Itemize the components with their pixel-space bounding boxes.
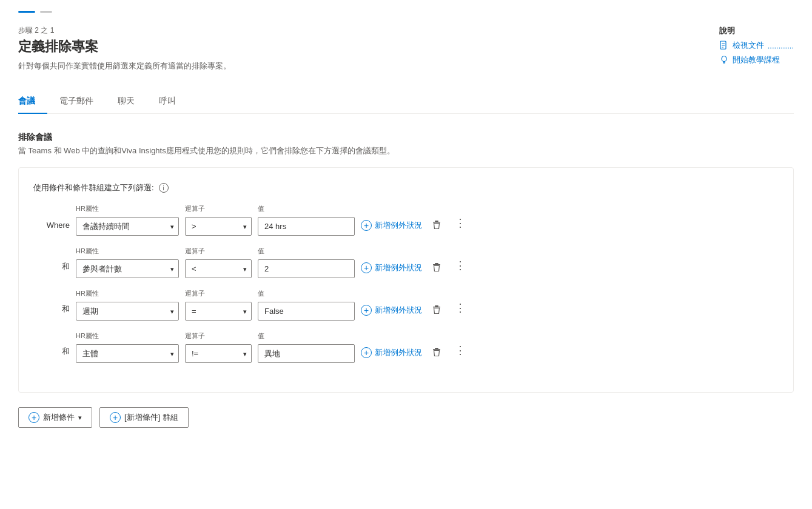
info-icon[interactable]: i bbox=[159, 183, 169, 193]
svg-rect-8 bbox=[433, 222, 440, 223]
conditions-container: Where HR屬性 會議持續時間 運算子 > 值 + 新增例外狀況 bbox=[33, 204, 779, 363]
op-label-2: 運算子 bbox=[185, 289, 252, 298]
row-label-3: 和 bbox=[33, 346, 70, 363]
hr-attr-select-wrapper-1[interactable]: 參與者計數 bbox=[76, 259, 179, 278]
more-dots-icon-0: ⋮ bbox=[455, 216, 466, 230]
more-dots-icon-2: ⋮ bbox=[455, 301, 466, 314]
more-btn-1[interactable]: ⋮ bbox=[451, 255, 470, 278]
op-group-0: 運算子 > bbox=[185, 204, 252, 236]
op-label-1: 運算子 bbox=[185, 247, 252, 256]
tab-call[interactable]: 呼叫 bbox=[159, 91, 188, 114]
table-row: Where HR屬性 會議持續時間 運算子 > 值 + 新增例外狀況 bbox=[33, 204, 779, 236]
delete-btn-0[interactable] bbox=[428, 216, 445, 236]
filter-header-text: 使用條件和條件群組建立下列篩選: bbox=[33, 182, 154, 193]
hr-attr-select-3[interactable]: 主體 bbox=[76, 344, 179, 363]
page-title: 定義排除專案 bbox=[18, 38, 98, 56]
hr-attr-select-wrapper-0[interactable]: 會議持續時間 bbox=[76, 217, 179, 236]
trash-icon bbox=[432, 347, 441, 357]
svg-rect-14 bbox=[433, 349, 440, 350]
bulb-icon bbox=[719, 55, 729, 65]
value-label-2: 值 bbox=[258, 289, 355, 298]
op-select-0[interactable]: > bbox=[185, 217, 252, 236]
tutorial-label: 開始教學課程 bbox=[733, 55, 780, 65]
row-label-0: Where bbox=[33, 221, 70, 236]
hr-attr-select-0[interactable]: 會議持續時間 bbox=[76, 217, 179, 236]
help-section: 說明 檢視文件 ............ 開始教學課程 bbox=[719, 25, 794, 65]
more-btn-2[interactable]: ⋮ bbox=[451, 298, 470, 321]
add-group-plus-icon: + bbox=[110, 412, 121, 423]
progress-bar bbox=[0, 0, 812, 13]
more-btn-3[interactable]: ⋮ bbox=[451, 340, 470, 363]
trash-icon bbox=[432, 305, 441, 314]
value-input-0[interactable] bbox=[258, 217, 355, 236]
value-group-1: 值 bbox=[258, 247, 355, 278]
op-label-0: 運算子 bbox=[185, 204, 252, 213]
op-select-wrapper-2[interactable]: = bbox=[185, 302, 252, 321]
add-exception-label-2: 新增例外狀況 bbox=[375, 305, 422, 316]
tab-email[interactable]: 電子郵件 bbox=[59, 91, 106, 114]
add-exception-btn-0[interactable]: + 新增例外狀況 bbox=[361, 220, 422, 236]
add-exception-btn-3[interactable]: + 新增例外狀況 bbox=[361, 347, 422, 363]
add-exception-btn-1[interactable]: + 新增例外狀況 bbox=[361, 262, 422, 278]
svg-rect-12 bbox=[433, 307, 440, 308]
section-title: 排除會議 bbox=[18, 132, 794, 143]
add-condition-group-label: [新增條件] 群組 bbox=[124, 412, 178, 423]
delete-btn-2[interactable] bbox=[428, 301, 445, 321]
svg-rect-13 bbox=[435, 348, 438, 349]
value-group-0: 值 bbox=[258, 204, 355, 236]
hr-attr-label-2: HR屬性 bbox=[76, 289, 179, 298]
hr-attr-label-0: HR屬性 bbox=[76, 204, 179, 213]
more-dots-icon-1: ⋮ bbox=[455, 259, 466, 272]
hr-attr-group-0: HR屬性 會議持續時間 bbox=[76, 204, 179, 236]
op-select-3[interactable]: != bbox=[185, 344, 252, 363]
add-condition-label: 新增條件 bbox=[43, 412, 75, 423]
hr-attr-select-wrapper-2[interactable]: 週期 bbox=[76, 302, 179, 321]
value-label-0: 值 bbox=[258, 204, 355, 213]
filter-box-header: 使用條件和條件群組建立下列篩選: i bbox=[33, 182, 779, 193]
add-exception-plus-icon-2: + bbox=[361, 305, 372, 316]
tab-meeting[interactable]: 會議 bbox=[18, 91, 47, 114]
hr-attr-group-1: HR屬性 參與者計數 bbox=[76, 247, 179, 278]
bottom-buttons: + 新增條件 ▾ + [新增條件] 群組 bbox=[18, 407, 794, 428]
value-input-3[interactable] bbox=[258, 344, 355, 363]
op-select-2[interactable]: = bbox=[185, 302, 252, 321]
add-condition-plus-icon: + bbox=[29, 412, 39, 423]
progress-step1 bbox=[18, 11, 35, 13]
tutorial-link[interactable]: 開始教學課程 bbox=[719, 55, 780, 65]
add-exception-label-3: 新增例外狀況 bbox=[375, 347, 422, 358]
delete-btn-3[interactable] bbox=[428, 344, 445, 363]
hr-attr-select-wrapper-3[interactable]: 主體 bbox=[76, 344, 179, 363]
hr-attr-select-1[interactable]: 參與者計數 bbox=[76, 259, 179, 278]
op-select-1[interactable]: < bbox=[185, 259, 252, 278]
op-select-wrapper-0[interactable]: > bbox=[185, 217, 252, 236]
tab-chat[interactable]: 聊天 bbox=[118, 91, 147, 114]
svg-point-4 bbox=[722, 56, 726, 62]
op-select-wrapper-3[interactable]: != bbox=[185, 344, 252, 363]
op-group-2: 運算子 = bbox=[185, 289, 252, 321]
add-condition-button[interactable]: + 新增條件 ▾ bbox=[18, 407, 92, 428]
hr-attr-group-2: HR屬性 週期 bbox=[76, 289, 179, 321]
hr-attr-select-2[interactable]: 週期 bbox=[76, 302, 179, 321]
row-label-2: 和 bbox=[33, 304, 70, 321]
filter-box: 使用條件和條件群組建立下列篩選: i Where HR屬性 會議持續時間 運算子… bbox=[18, 167, 794, 393]
op-select-wrapper-1[interactable]: < bbox=[185, 259, 252, 278]
view-docs-link[interactable]: 檢視文件 ............ bbox=[719, 40, 794, 51]
more-btn-0[interactable]: ⋮ bbox=[451, 213, 470, 236]
value-group-3: 值 bbox=[258, 331, 355, 363]
view-docs-ellipsis: ............ bbox=[768, 41, 794, 50]
add-exception-plus-icon-0: + bbox=[361, 220, 372, 231]
add-exception-btn-2[interactable]: + 新增例外狀況 bbox=[361, 305, 422, 321]
svg-rect-11 bbox=[435, 305, 438, 307]
add-exception-label-1: 新增例外狀況 bbox=[375, 262, 422, 273]
more-dots-icon-3: ⋮ bbox=[455, 344, 466, 357]
svg-rect-9 bbox=[435, 263, 438, 264]
delete-btn-1[interactable] bbox=[428, 259, 445, 278]
hr-attr-label-3: HR屬性 bbox=[76, 331, 179, 341]
value-group-2: 值 bbox=[258, 289, 355, 321]
value-input-1[interactable] bbox=[258, 259, 355, 278]
main-section: 排除會議 當 Teams 和 Web 中的查詢和Viva Insights應用程… bbox=[18, 127, 794, 428]
value-input-2[interactable] bbox=[258, 302, 355, 321]
view-docs-label: 檢視文件 bbox=[733, 40, 764, 51]
table-row: 和 HR屬性 參與者計數 運算子 < 值 + 新增例外狀況 bbox=[33, 247, 779, 278]
add-condition-group-button[interactable]: + [新增條件] 群組 bbox=[99, 407, 189, 428]
